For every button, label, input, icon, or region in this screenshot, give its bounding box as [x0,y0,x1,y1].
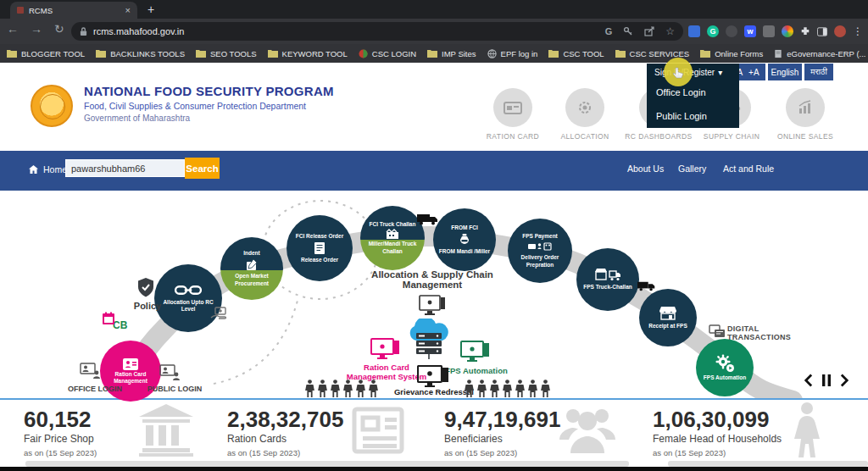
department-logo [31,85,73,127]
node-from-fci[interactable]: FROM FCI FROM Mandi /Miller [433,208,496,271]
language-button-marathi[interactable]: मराठी [804,64,833,80]
page-icon [774,49,782,58]
nav-item-ration-card[interactable]: RATION CARD [475,88,551,141]
female-figure-icon [790,402,824,457]
bookmark-item[interactable]: eGovernance-ERP (... [774,49,865,58]
dark-extension-icon[interactable] [726,25,737,37]
procurement-icon [245,258,259,271]
folder-icon [96,49,106,58]
home-icon [29,165,38,174]
password-key-icon[interactable] [623,26,633,36]
puzzle-extensions-icon[interactable] [800,26,810,37]
google-icon[interactable]: G [605,26,613,36]
tab-close-icon[interactable]: × [125,5,131,15]
beneficiary-people-right [465,380,550,397]
bookmark-item[interactable]: CSC SERVICES [615,49,690,58]
address-bar[interactable]: rcms.mahafood.gov.in G ☆ [71,22,683,41]
statistics-strip: 60,152 Fair Price Shop as on (15 Sep 202… [0,398,868,461]
bookmark-item[interactable]: SEO TOOLS [196,49,257,58]
ration-cards-icon [348,404,409,457]
signin-register-button[interactable]: Sign In/Register▾ [647,64,739,80]
site-title: NATIONAL FOOD SECURITY PROGRAM [84,84,334,98]
language-button-english[interactable]: English [768,64,802,80]
tab-strip: RCMS × + [0,0,868,19]
bookmark-item[interactable]: CSC LOGIN [359,49,416,58]
back-icon[interactable]: ← [7,22,19,36]
chevron-down-icon: ▾ [718,68,722,77]
new-tab-button[interactable]: + [147,3,154,16]
carousel-pause-icon[interactable] [822,374,831,386]
colors-extension-icon[interactable] [782,25,793,37]
nav-home[interactable]: Home [29,164,67,175]
menu-item-public-login[interactable]: Public Login [647,104,739,128]
bookmark-item[interactable]: IMP Sites [427,49,476,58]
folder-icon [7,49,17,58]
folder-icon [196,49,206,58]
rcms-label: Ration Card Management System [346,363,427,381]
nav-link-gallery[interactable]: Gallery [678,163,706,174]
digital-transactions-icon [709,324,726,339]
extensions-row: G w ⋮ [688,22,863,41]
nav-item-allocation[interactable]: ALLOCATION [547,88,623,141]
office-login-label: OFFICE LOGIN [54,385,136,393]
bottom-black-bar [0,467,868,471]
search-button[interactable]: Search [185,158,220,179]
forward-icon[interactable]: → [31,22,42,36]
policy-shield-icon [137,278,154,298]
node-fci-release-order[interactable]: FCI Release Order Release Order [287,215,353,281]
grain-bag-icon [458,233,471,247]
bookmarks-bar: BLOGGER TOOL BACKLINKS TOOLS SEO TOOLS K… [0,44,868,63]
node-receipt-at-fps[interactable]: Receipt at FPS [639,289,697,346]
payment-icons [528,241,552,252]
nav-item-online-sales[interactable]: ONLINE SALES [767,88,843,141]
sidebar-icon[interactable] [817,27,827,36]
beneficiaries-people-icon [558,404,617,457]
profile-avatar[interactable] [834,25,846,37]
truck-icon [637,280,656,291]
fps-automation-label: FPS Automation [441,366,512,375]
site-header: NATIONAL FOOD SECURITY PROGRAM Food, Civ… [0,63,868,151]
bookmark-star-icon[interactable]: ☆ [665,25,675,37]
asc-management-label: Allocation & Supply Chain Management [364,269,500,290]
node-fps-automation[interactable]: FPS Automation [696,339,754,396]
share-icon[interactable] [644,26,654,36]
site-subtitle: Food, Civil Supplies & Consumer Protecti… [84,101,306,111]
node-fps-truck-challan[interactable]: FPS Truck-Challan [576,248,639,311]
ration-card-icon [504,100,522,115]
carousel-next-icon[interactable] [840,373,849,388]
bookmark-item[interactable]: EPF log in [487,49,538,58]
node-fps-payment[interactable]: FPS Payment Delivery Order Prepration [508,219,572,283]
grammarly-extension-icon[interactable]: G [707,25,719,37]
lock-icon [80,27,87,36]
docs-extension-icon[interactable] [688,25,700,37]
bookmark-item[interactable]: Online Forms [700,49,763,58]
rcms-computer-icon [370,338,401,362]
reload-icon[interactable]: ↻ [54,22,64,36]
url-text: rcms.mahafood.gov.in [93,26,184,36]
shield-extension-icon[interactable] [763,25,775,37]
bookmark-item[interactable]: KEYWORD TOOL [268,49,348,58]
search-input[interactable] [65,159,185,177]
footer-strip [25,461,629,467]
nav-link-about-us[interactable]: About Us [627,163,664,174]
carousel-prev-icon[interactable] [804,373,813,388]
browser-tab[interactable]: RCMS × [10,2,137,19]
menu-item-office-login[interactable]: Office Login [647,80,739,104]
wave-extension-icon[interactable]: w [744,25,756,37]
gears-icon [715,354,735,373]
bookmark-item[interactable]: BLOGGER TOOL [7,49,85,58]
node-allocation-upto-rc-level[interactable]: Allocation Upto RC Level [154,264,222,332]
bookmark-item[interactable]: BACKLINKS TOOLS [96,49,185,58]
node-open-market-procurement[interactable]: Indent Open Market Procurement [220,237,283,300]
cursor-highlight [664,58,693,86]
bookmark-item[interactable]: CSC TOOL [548,49,604,58]
folder-icon [427,49,437,58]
truck-icon [417,212,439,225]
nav-link-act-and-rule[interactable]: Act and Rule [723,163,774,174]
chrome-menu-icon[interactable]: ⋮ [853,25,863,37]
node-fci-truck-challan[interactable]: FCI Truck Challan Miller/Mandi Truck Cha… [360,206,425,270]
carousel-controls [804,373,849,388]
globe-icon [487,49,497,58]
folder-icon [615,49,626,58]
digital-transactions-label: DIGITAL TRANSACTIONS [727,324,800,341]
